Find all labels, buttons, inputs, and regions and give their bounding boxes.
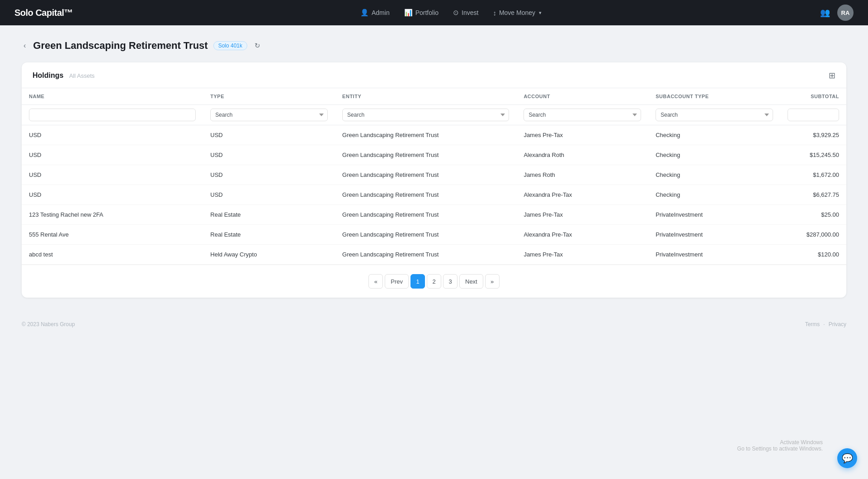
- cell-type-2: USD: [203, 165, 335, 185]
- avatar[interactable]: RA: [837, 5, 854, 21]
- cell-entity-0: Green Landscaping Retirement Trust: [335, 125, 516, 145]
- footer-terms-link[interactable]: Terms: [805, 321, 820, 327]
- watermark-line1: Activate Windows: [737, 439, 823, 446]
- holdings-table: NAME TYPE ENTITY ACCOUNT SUBACCOUNT TYPE…: [22, 88, 846, 265]
- col-header-account: ACCOUNT: [516, 88, 648, 105]
- page-title: Green Landscaping Retirement Trust: [33, 40, 208, 52]
- cell-subaccount-5: PrivateInvestment: [648, 225, 780, 245]
- subaccount-filter-select[interactable]: Search: [656, 109, 773, 121]
- table-row: USD USD Green Landscaping Retirement Tru…: [22, 145, 846, 165]
- cell-name-3: USD: [22, 185, 203, 205]
- cell-name-2: USD: [22, 165, 203, 185]
- cell-account-5: Alexandra Pre-Tax: [516, 225, 648, 245]
- filter-account-cell: Search: [516, 105, 648, 125]
- cell-subtotal-5: $287,000.00: [780, 225, 846, 245]
- table-row: USD USD Green Landscaping Retirement Tru…: [22, 185, 846, 205]
- page-content: ‹ Green Landscaping Retirement Trust Sol…: [0, 25, 868, 312]
- pagination-first-button[interactable]: «: [368, 274, 383, 289]
- cell-entity-5: Green Landscaping Retirement Trust: [335, 225, 516, 245]
- cell-subaccount-4: PrivateInvestment: [648, 205, 780, 225]
- table-body: USD USD Green Landscaping Retirement Tru…: [22, 125, 846, 265]
- nav-invest[interactable]: ⊙ Invest: [453, 9, 478, 17]
- table-row: USD USD Green Landscaping Retirement Tru…: [22, 165, 846, 185]
- cell-account-3: Alexandra Pre-Tax: [516, 185, 648, 205]
- subtotal-filter-input[interactable]: [788, 109, 839, 121]
- portfolio-icon: 📊: [404, 9, 413, 17]
- brand-logo[interactable]: Solo Capital™: [14, 8, 73, 18]
- pagination-page-1[interactable]: 1: [410, 274, 425, 289]
- filter-subaccount-cell: Search: [648, 105, 780, 125]
- cell-subtotal-0: $3,929.25: [780, 125, 846, 145]
- cell-subtotal-3: $6,627.75: [780, 185, 846, 205]
- refresh-button[interactable]: ↻: [253, 40, 262, 52]
- admin-icon: 👤: [360, 9, 369, 17]
- nav-portfolio[interactable]: 📊 Portfolio: [404, 9, 439, 17]
- windows-watermark: Activate Windows Go to Settings to activ…: [737, 439, 823, 452]
- footer: © 2023 Nabers Group Terms · Privacy: [0, 312, 868, 337]
- footer-privacy-link[interactable]: Privacy: [829, 321, 846, 327]
- cell-name-1: USD: [22, 145, 203, 165]
- pagination-page-2[interactable]: 2: [427, 274, 441, 289]
- cell-account-0: James Pre-Tax: [516, 125, 648, 145]
- cell-account-6: James Pre-Tax: [516, 245, 648, 265]
- watermark-line2: Go to Settings to activate Windows.: [737, 446, 823, 452]
- pagination-last-button[interactable]: »: [485, 274, 500, 289]
- filter-name-cell: [22, 105, 203, 125]
- card-header: Holdings All Assets ⊞: [22, 62, 846, 88]
- cell-subtotal-4: $25.00: [780, 205, 846, 225]
- nav-links: 👤 Admin 📊 Portfolio ⊙ Invest ↕ Move Mone…: [100, 9, 802, 17]
- cell-subaccount-6: PrivateInvestment: [648, 245, 780, 265]
- back-button[interactable]: ‹: [22, 40, 28, 52]
- nav-admin[interactable]: 👤 Admin: [360, 9, 390, 17]
- name-filter-input[interactable]: [29, 109, 196, 121]
- cell-type-5: Real Estate: [203, 225, 335, 245]
- cell-name-6: abcd test: [22, 245, 203, 265]
- nav-move-money[interactable]: ↕ Move Money ▾: [493, 9, 542, 17]
- cell-subaccount-2: Checking: [648, 165, 780, 185]
- col-header-subtotal: SUBTOTAL: [780, 88, 846, 105]
- cell-account-2: James Roth: [516, 165, 648, 185]
- table-container: NAME TYPE ENTITY ACCOUNT SUBACCOUNT TYPE…: [22, 88, 846, 265]
- cell-entity-4: Green Landscaping Retirement Trust: [335, 205, 516, 225]
- brand-trademark: ™: [64, 8, 73, 18]
- cell-entity-3: Green Landscaping Retirement Trust: [335, 185, 516, 205]
- scroll-wrapper[interactable]: NAME TYPE ENTITY ACCOUNT SUBACCOUNT TYPE…: [22, 88, 846, 265]
- chat-icon: 💬: [842, 453, 853, 464]
- columns-toggle-icon[interactable]: ⊞: [829, 71, 835, 81]
- brand-name: Solo Capital: [14, 8, 64, 18]
- cell-entity-2: Green Landscaping Retirement Trust: [335, 165, 516, 185]
- table-row: 123 Testing Rachel new 2FA Real Estate G…: [22, 205, 846, 225]
- cell-name-4: 123 Testing Rachel new 2FA: [22, 205, 203, 225]
- move-money-icon: ↕: [493, 9, 496, 17]
- nav-admin-label: Admin: [372, 9, 390, 16]
- people-icon[interactable]: 👥: [820, 8, 830, 18]
- chevron-down-icon: ▾: [539, 10, 542, 16]
- card-subtitle: All Assets: [69, 72, 94, 79]
- cell-name-0: USD: [22, 125, 203, 145]
- col-header-name: NAME: [22, 88, 203, 105]
- table-header: NAME TYPE ENTITY ACCOUNT SUBACCOUNT TYPE…: [22, 88, 846, 125]
- holdings-card: Holdings All Assets ⊞ NAME TYPE ENTITY A…: [22, 62, 846, 298]
- pagination-next-button[interactable]: Next: [459, 274, 483, 289]
- header-row: NAME TYPE ENTITY ACCOUNT SUBACCOUNT TYPE…: [22, 88, 846, 105]
- cell-subtotal-1: $15,245.50: [780, 145, 846, 165]
- cell-type-3: USD: [203, 185, 335, 205]
- table-row: abcd test Held Away Crypto Green Landsca…: [22, 245, 846, 265]
- footer-separator: ·: [823, 321, 825, 327]
- pagination-prev-button[interactable]: Prev: [385, 274, 409, 289]
- card-title-area: Holdings All Assets: [33, 71, 94, 80]
- nav-invest-label: Invest: [462, 9, 478, 16]
- cell-account-4: James Pre-Tax: [516, 205, 648, 225]
- filter-type-cell: Search: [203, 105, 335, 125]
- cell-type-0: USD: [203, 125, 335, 145]
- page-header: ‹ Green Landscaping Retirement Trust Sol…: [22, 40, 846, 52]
- chat-button[interactable]: 💬: [837, 448, 857, 468]
- col-header-subaccount: SUBACCOUNT TYPE: [648, 88, 780, 105]
- entity-filter-select[interactable]: Search: [342, 109, 509, 121]
- cell-subtotal-2: $1,672.00: [780, 165, 846, 185]
- table-row: USD USD Green Landscaping Retirement Tru…: [22, 125, 846, 145]
- invest-icon: ⊙: [453, 9, 459, 17]
- pagination-page-3[interactable]: 3: [443, 274, 458, 289]
- account-filter-select[interactable]: Search: [524, 109, 641, 121]
- type-filter-select[interactable]: Search: [210, 109, 328, 121]
